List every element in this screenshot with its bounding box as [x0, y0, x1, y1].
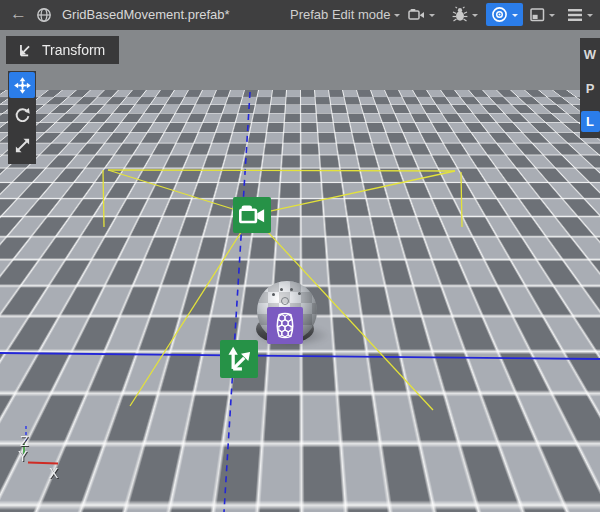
robot-detail-ring — [281, 297, 289, 305]
move-icon — [13, 76, 32, 95]
robot-detail-dot — [272, 293, 275, 296]
scene-camera-dropdown[interactable] — [408, 8, 435, 22]
prefab-scene-icon — [36, 7, 52, 23]
x-axis-line — [0, 353, 600, 359]
transform-arrows-icon — [225, 345, 253, 373]
chevron-down-icon — [549, 14, 555, 20]
robot-detail-dot — [280, 288, 283, 291]
tool-strip — [8, 71, 36, 164]
transform-mode-button[interactable]: Transform — [6, 36, 119, 64]
main-menu-button[interactable] — [567, 8, 593, 22]
scale-icon — [13, 136, 32, 155]
scene-camera-icon — [408, 8, 425, 22]
move-tool-button[interactable] — [9, 72, 35, 98]
axis-triad-lines — [0, 420, 90, 490]
chevron-down-icon — [394, 14, 400, 20]
chevron-down-icon — [587, 14, 593, 20]
prefab-title: GridBasedMovement.prefab* — [62, 7, 230, 22]
chevron-down-icon — [472, 14, 478, 20]
chevron-down-icon — [429, 14, 435, 20]
axis-label-y: Y — [18, 448, 27, 464]
space-button-local[interactable]: L — [581, 111, 600, 132]
editor-window: ← GridBasedMovement.prefab* Prefab Edit … — [0, 0, 600, 512]
visibility-eye-icon — [491, 6, 508, 23]
transform-gizmo[interactable] — [220, 340, 258, 378]
space-button-pivot[interactable]: P — [581, 78, 600, 99]
arrow-left-icon: ← — [10, 5, 27, 22]
debug-dropdown[interactable] — [452, 6, 478, 23]
scene-viewport[interactable]: Transform — [0, 30, 600, 512]
coordinate-space-strip: W P L — [580, 38, 600, 138]
space-button-world[interactable]: W — [581, 44, 600, 65]
top-toolbar: ← GridBasedMovement.prefab* Prefab Edit … — [0, 0, 600, 30]
rotate-tool-button[interactable] — [9, 102, 35, 128]
panel-layout-dropdown[interactable] — [530, 8, 555, 22]
debug-bug-icon — [452, 6, 468, 23]
chevron-down-icon — [512, 14, 518, 20]
mesh-icon — [270, 310, 300, 341]
axis-label-z: Z — [20, 433, 29, 449]
transform-tool-icon — [16, 41, 34, 59]
gizmo-lines — [0, 30, 600, 512]
axis-triad: Z Y X — [0, 420, 90, 490]
scale-tool-button[interactable] — [9, 132, 35, 158]
axis-label-x: X — [49, 465, 58, 481]
prefab-mode-dropdown[interactable]: Prefab Edit mode — [290, 7, 400, 22]
transform-button-label: Transform — [42, 42, 105, 58]
back-button[interactable]: ← — [10, 5, 27, 22]
prefab-mode-label: Prefab Edit mode — [290, 7, 390, 22]
menu-icon — [567, 8, 583, 22]
visibility-dropdown[interactable] — [486, 3, 523, 26]
camera-gizmo[interactable] — [233, 197, 271, 233]
z-axis-line — [224, 92, 250, 512]
robot-detail-dot — [298, 292, 301, 295]
rotate-icon — [13, 106, 32, 125]
video-camera-icon — [237, 202, 267, 228]
page-title: GridBasedMovement.prefab* — [62, 7, 230, 22]
panel-layout-icon — [530, 8, 545, 22]
mesh-badge[interactable] — [267, 307, 303, 344]
robot-detail-dot — [290, 288, 293, 291]
globe-icon — [36, 7, 52, 23]
